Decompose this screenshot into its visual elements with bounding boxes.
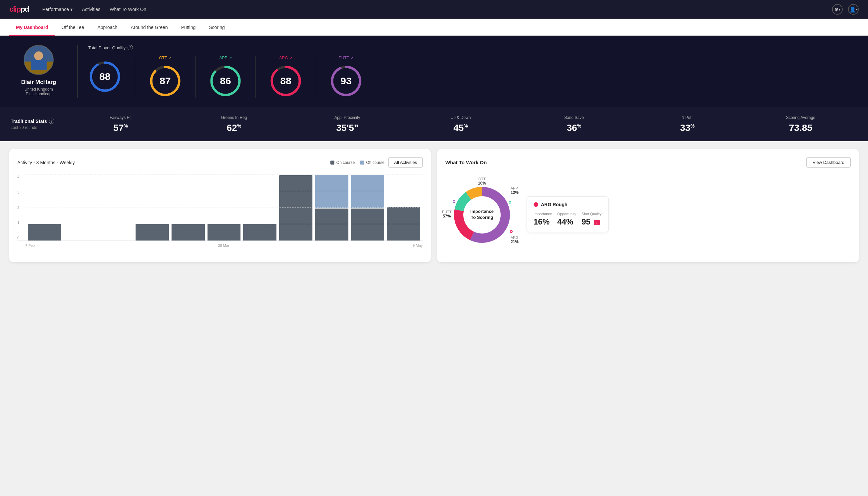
svg-text:Importance: Importance [470,209,494,214]
tab-my-dashboard[interactable]: My Dashboard [9,19,54,36]
arg-indicator-dot [534,202,538,207]
ott-value: 87 [148,64,182,98]
circle-app: 86 [209,64,242,98]
wtwo-header: What To Work On View Dashboard [445,157,851,168]
bar-group-6 [207,174,241,241]
y-label-3: 3 [17,190,19,194]
ott-trend-icon: ↗ [169,56,172,60]
stat-1putt: 1 Putt 33% [631,115,744,133]
tab-around-the-green[interactable]: Around the Green [124,19,174,36]
svg-point-2 [34,51,43,60]
nav-performance[interactable]: Performance ▾ [42,7,73,12]
add-button[interactable]: ⊕ ▾ [832,4,843,15]
bar-group-11 [387,174,420,241]
stats-help-icon[interactable]: ? [49,119,54,124]
x-label-mar: 28 Mar [218,244,229,248]
y-axis: 4 3 2 1 0 [17,174,19,241]
chart-title: Activity - 3 Months - Weekly [17,160,75,165]
cards-row: Activity - 3 Months - Weekly On course O… [0,141,868,270]
metric-opportunity: Opportunity 44% [557,212,576,227]
putt-dot [453,200,455,203]
bar-on-1 [28,224,61,241]
tab-approach[interactable]: Approach [91,19,124,36]
nav-activities[interactable]: Activities [82,7,100,12]
stat-proximity-value: 35'5" [291,123,404,133]
score-circles: 88 OTT ↗ 87 [88,56,857,98]
bar-group-2 [64,174,97,241]
avatar [23,45,53,75]
y-label-4: 4 [17,175,19,179]
bar-group-1 [28,174,61,241]
player-name: Blair McHarg [21,79,56,86]
wtwo-card: What To Work On View Dashboard OTT 10% A… [437,149,859,262]
legend-on-course: On course [330,160,355,165]
x-labels: 7 Feb 28 Mar 9 May [17,244,423,248]
bar-on-11 [387,207,420,241]
bar-on-4 [136,224,169,241]
tabs-bar: My Dashboard Off the Tee Approach Around… [0,19,868,36]
circle-ott: 87 [148,64,182,98]
bar-on-9 [315,208,348,241]
app-value: 86 [209,64,242,98]
bar-group-7 [243,174,277,241]
chevron-icon2: ▾ [856,7,858,11]
bar-group-4 [136,174,169,241]
donut-chart-area: OTT 10% APP 12% ARG 21% PUTT 57% [445,174,519,254]
info-card-title: ARG Rough [534,202,601,207]
chart-header: Activity - 3 Months - Weekly On course O… [17,157,423,168]
bar-group-9 [315,174,348,241]
bar-on-8 [279,175,312,241]
arg-trend-icon: ↗ [289,56,293,60]
bar-group-5 [172,174,205,241]
hero-section: Blair McHarg United Kingdom Plus Handica… [0,36,868,107]
nav-what-to-work-on[interactable]: What To Work On [110,7,146,12]
tab-putting[interactable]: Putting [175,19,203,36]
down-badge: ↓ [594,220,600,225]
help-icon[interactable]: ? [128,45,133,50]
all-activities-button[interactable]: All Activities [388,157,423,168]
putt-label: PUTT ↗ [339,56,353,60]
y-label-1: 1 [17,220,19,224]
y-label-0: 0 [17,236,19,240]
stat-gir-value: 62% [177,123,290,133]
stats-bar: Traditional Stats ? Last 20 rounds Fairw… [0,107,868,141]
score-total-value: 88 [88,60,122,93]
chevron-down-icon: ▾ [70,7,73,12]
bar-chart: 4 3 2 1 0 [17,174,423,241]
metric-shot-quality: Shot Quality 95 ↓ [582,212,601,227]
bar-off-9 [315,175,348,208]
stats-label-block: Traditional Stats ? Last 20 rounds [11,119,64,130]
logo[interactable]: clippd [9,5,29,14]
stat-proximity: App. Proximity 35'5" [291,115,404,133]
x-label-may: 9 May [413,244,423,248]
stat-gir: Greens In Reg 62% [177,115,290,133]
bar-on-5 [172,224,205,241]
donut-svg: Importance To Scoring [452,185,512,245]
on-course-dot [330,160,334,165]
bar-off-10 [351,175,384,208]
bar-chart-container: 4 3 2 1 0 [17,174,423,248]
app-label: APP ↗ [219,56,232,60]
stat-scoring: Scoring Average 73.85 [744,115,857,133]
y-label-2: 2 [17,205,19,210]
tab-off-the-tee[interactable]: Off the Tee [54,19,91,36]
svg-text:To Scoring: To Scoring [471,215,493,220]
bar-on-6 [207,224,241,241]
stat-1putt-value: 33% [631,123,744,133]
user-menu-button[interactable]: 👤 ▾ [848,4,859,15]
view-dashboard-button[interactable]: View Dashboard [806,157,851,168]
bar-on-7 [243,224,277,241]
player-country: United Kingdom [24,87,53,92]
score-arg: ARG ↗ 88 [256,56,316,98]
circle-total: 88 [88,60,122,93]
score-putt: PUTT ↗ 93 [316,56,376,98]
bar-on-10 [351,208,384,241]
stat-sandsave-value: 36% [517,123,631,133]
scores-section: Total Player Quality ? 88 [77,45,857,98]
total-quality-label: Total Player Quality ? [88,45,857,50]
stat-fairways-value: 57% [64,123,177,133]
tab-scoring[interactable]: Scoring [202,19,231,36]
app-trend-icon: ↗ [229,56,232,60]
wtwo-content: OTT 10% APP 12% ARG 21% PUTT 57% [445,174,851,254]
info-card: ARG Rough Importance 16% Opportunity 44%… [526,196,609,232]
